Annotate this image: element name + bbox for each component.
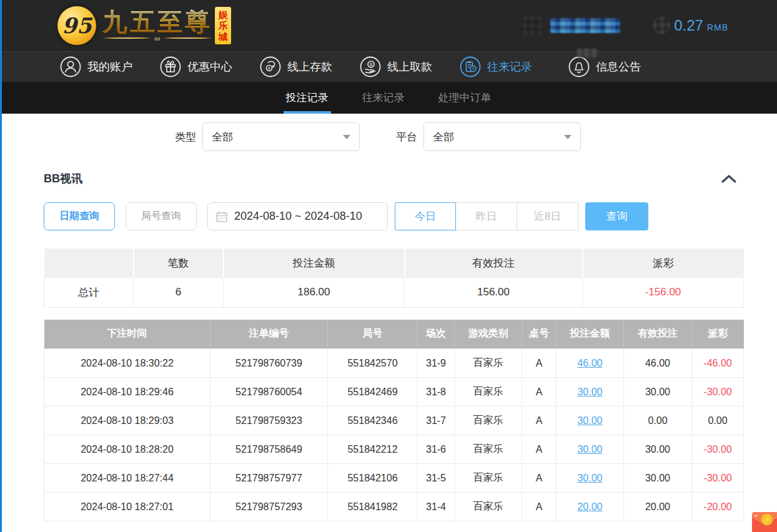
summary-payout: -156.00 [583, 278, 744, 307]
bet-amount-link[interactable]: 30.00 [577, 444, 602, 455]
table-cell: 31-6 [418, 435, 455, 464]
table-cell: -30.00 [692, 378, 744, 406]
table-cell: 30.00 [624, 464, 692, 493]
section-header: BB视讯 [0, 151, 777, 186]
table-cell: 30.00 [557, 378, 624, 406]
badge-blurred [577, 49, 598, 57]
content-area: 类型 全部 平台 全部 BB视讯 日期查询 局号查询 2024-08-10 ~ … [0, 114, 777, 521]
table-cell: A [522, 406, 557, 435]
nav-label: 信息公告 [596, 59, 641, 74]
table-cell: 0.00 [624, 406, 692, 435]
table-cell: 30.00 [557, 464, 624, 493]
table-row: 2024-08-10 18:30:22521798760739551842570… [44, 349, 744, 378]
col-header-game-type: 游戏类别 [455, 320, 522, 349]
nav-item-announcements[interactable]: 信息公告 [568, 56, 641, 77]
type-select[interactable]: 全部 [202, 122, 360, 151]
table-cell: A [522, 464, 557, 493]
table-row: 2024-08-10 18:29:46521798760054551842469… [44, 378, 744, 406]
table-cell: -20.00 [692, 493, 744, 521]
tab-label: 投注记录 [286, 91, 329, 105]
col-header-table-no: 桌号 [522, 320, 557, 349]
username-blurred [550, 18, 620, 33]
red-envelope-promo-icon[interactable] [752, 512, 777, 532]
table-cell: 31-4 [418, 493, 455, 521]
table-cell: 百家乐 [455, 464, 522, 493]
table-cell: 551841982 [328, 493, 418, 521]
site-logo[interactable]: 95 九五至尊 ∞ 娱 乐 城 [57, 6, 231, 45]
nav-item-transaction-records[interactable]: 往来记录 [460, 56, 532, 77]
balance-display[interactable]: 0.27 RMB [653, 17, 728, 34]
search-button[interactable]: 查询 [585, 202, 648, 230]
user-avatar-blurred[interactable] [523, 16, 542, 35]
nav-item-deposit[interactable]: ¥ 线上存款 [260, 56, 332, 77]
nav-item-withdraw[interactable]: $ 线上取款 [360, 56, 432, 77]
table-cell: A [522, 493, 557, 521]
table-cell: 30.00 [557, 435, 624, 464]
col-header-session: 场次 [418, 320, 455, 349]
table-cell: 46.00 [624, 349, 692, 378]
bet-amount-link[interactable]: 46.00 [577, 358, 602, 368]
col-header-round-id: 局号 [328, 320, 418, 349]
sub-tab-bar: 投注记录 往来记录 处理中订单 [0, 82, 777, 114]
bet-amount-link[interactable]: 30.00 [577, 415, 602, 426]
table-cell: 2024-08-10 18:30:22 [44, 349, 210, 378]
today-button[interactable]: 今日 [395, 202, 456, 230]
table-cell: 30.00 [624, 435, 692, 464]
nav-label: 线上取款 [387, 59, 432, 74]
table-cell: 521798757977 [210, 464, 328, 493]
summary-header-cell: 有效投注 [405, 249, 583, 278]
table-cell: 0.00 [692, 406, 744, 435]
table-cell: 31-5 [418, 464, 455, 493]
table-cell: 20.00 [624, 493, 692, 521]
round-query-button[interactable]: 局号查询 [126, 202, 197, 230]
bet-amount-link[interactable]: 20.00 [577, 501, 602, 512]
table-cell: 31-9 [418, 349, 455, 378]
collapse-chevron-up-icon[interactable] [720, 172, 738, 185]
nav-item-promotions[interactable]: 优惠中心 [160, 56, 232, 77]
table-cell: 百家乐 [455, 349, 522, 378]
table-cell: 551842469 [328, 378, 418, 406]
table-cell: 521798758649 [210, 435, 328, 464]
platform-select[interactable]: 全部 [423, 122, 581, 151]
table-cell: 521798757293 [210, 493, 328, 521]
summary-header-cell: 笔数 [134, 249, 224, 278]
table-cell: -30.00 [692, 435, 744, 464]
col-header-payout: 派彩 [692, 320, 744, 349]
date-range-input[interactable]: 2024-08-10 ~ 2024-08-10 [207, 202, 388, 230]
yesterday-button[interactable]: 昨日 [456, 202, 517, 230]
bell-icon [568, 56, 590, 77]
table-cell: 521798760739 [210, 349, 328, 378]
table-row: 2024-08-10 18:28:20521798758649551842212… [44, 435, 744, 464]
table-cell: 2024-08-10 18:27:44 [44, 464, 210, 493]
nav-label: 线上存款 [287, 59, 332, 74]
tab-label: 处理中订单 [438, 91, 492, 105]
table-cell: -30.00 [692, 464, 744, 493]
table-cell: 46.00 [557, 349, 624, 378]
summary-bet-amount: 186.00 [224, 278, 405, 307]
summary-header-row: 笔数 投注金额 有效投注 派彩 [44, 249, 744, 278]
summary-total-row: 总计 6 186.00 156.00 -156.00 [44, 278, 744, 307]
bet-amount-link[interactable]: 30.00 [577, 387, 602, 397]
last-8-days-button[interactable]: 近8日 [517, 202, 578, 230]
logo-flourish-decor: ∞ [102, 34, 212, 42]
col-header-bet-amount: 投注金额 [557, 320, 624, 349]
bet-amount-link[interactable]: 30.00 [577, 473, 602, 483]
chevron-down-icon [343, 135, 350, 139]
platform-filter-label: 平台 [396, 130, 417, 144]
table-cell: 521798759323 [210, 406, 328, 435]
table-cell: A [522, 435, 557, 464]
table-row: 2024-08-10 18:29:03521798759323551842346… [44, 406, 744, 435]
table-cell: 百家乐 [455, 435, 522, 464]
nav-item-my-account[interactable]: 我的账户 [60, 56, 132, 77]
calendar-icon [215, 210, 228, 223]
col-header-valid-bet: 有效投注 [624, 320, 692, 349]
svg-text:¥: ¥ [268, 66, 270, 71]
tab-transaction-records[interactable]: 往来记录 [360, 82, 407, 114]
date-query-button[interactable]: 日期查询 [44, 202, 115, 230]
tab-pending-orders[interactable]: 处理中订单 [436, 82, 494, 114]
main-nav: 我的账户 优惠中心 ¥ 线上存款 $ 线上取款 往来记录 信息公告 [0, 51, 777, 82]
filter-row: 类型 全部 平台 全部 [0, 114, 777, 151]
tab-bet-records[interactable]: 投注记录 [284, 82, 331, 114]
gift-icon [160, 56, 181, 77]
table-cell: 31-8 [418, 378, 455, 406]
